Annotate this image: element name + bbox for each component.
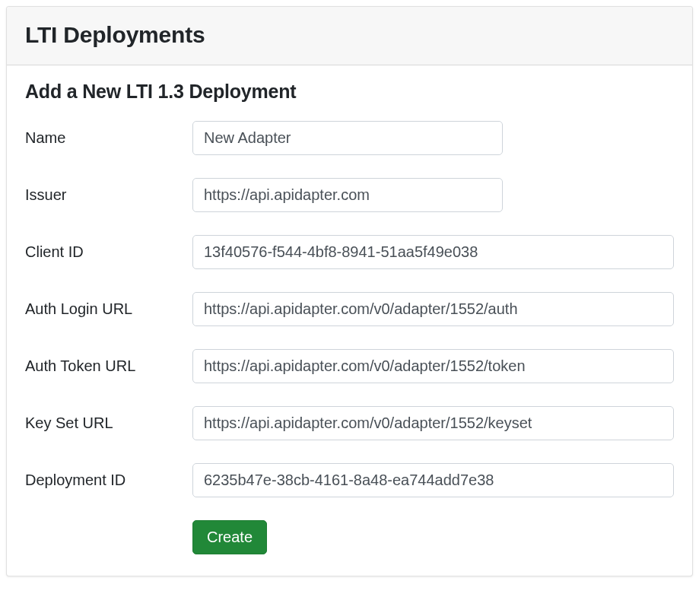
row-name: Name: [25, 121, 674, 155]
row-key-set-url: Key Set URL: [25, 406, 674, 440]
row-auth-token-url: Auth Token URL: [25, 349, 674, 383]
label-deployment-id: Deployment ID: [25, 472, 192, 489]
label-auth-token-url: Auth Token URL: [25, 357, 192, 375]
row-deployment-id: Deployment ID: [25, 463, 674, 497]
label-name: Name: [25, 129, 192, 147]
label-auth-login-url: Auth Login URL: [25, 300, 192, 318]
create-button[interactable]: Create: [192, 520, 267, 554]
input-auth-token-url[interactable]: [192, 349, 674, 383]
lti-deployments-card: LTI Deployments Add a New LTI 1.3 Deploy…: [6, 6, 693, 576]
input-key-set-url[interactable]: [192, 406, 674, 440]
input-client-id[interactable]: [192, 235, 674, 269]
row-auth-login-url: Auth Login URL: [25, 292, 674, 326]
input-issuer[interactable]: [192, 178, 503, 212]
form-actions: Create: [192, 520, 674, 554]
page-title: LTI Deployments: [25, 22, 674, 48]
input-deployment-id[interactable]: [192, 463, 674, 497]
form-heading: Add a New LTI 1.3 Deployment: [25, 81, 674, 103]
card-body: Add a New LTI 1.3 Deployment Name Issuer…: [7, 65, 692, 576]
input-auth-login-url[interactable]: [192, 292, 674, 326]
label-key-set-url: Key Set URL: [25, 414, 192, 432]
row-issuer: Issuer: [25, 178, 674, 212]
row-client-id: Client ID: [25, 235, 674, 269]
label-issuer: Issuer: [25, 186, 192, 204]
card-header: LTI Deployments: [7, 7, 692, 65]
input-name[interactable]: [192, 121, 503, 155]
label-client-id: Client ID: [25, 243, 192, 261]
